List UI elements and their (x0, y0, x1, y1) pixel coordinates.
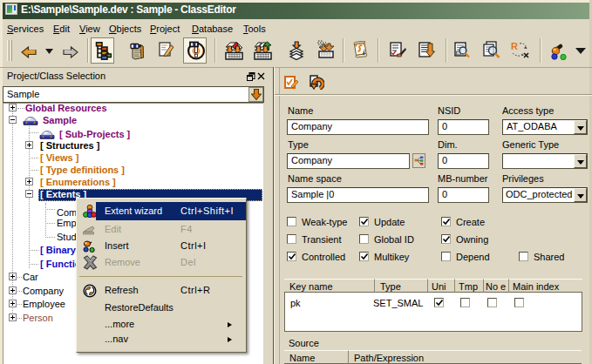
svg-text:R: R (511, 41, 518, 51)
